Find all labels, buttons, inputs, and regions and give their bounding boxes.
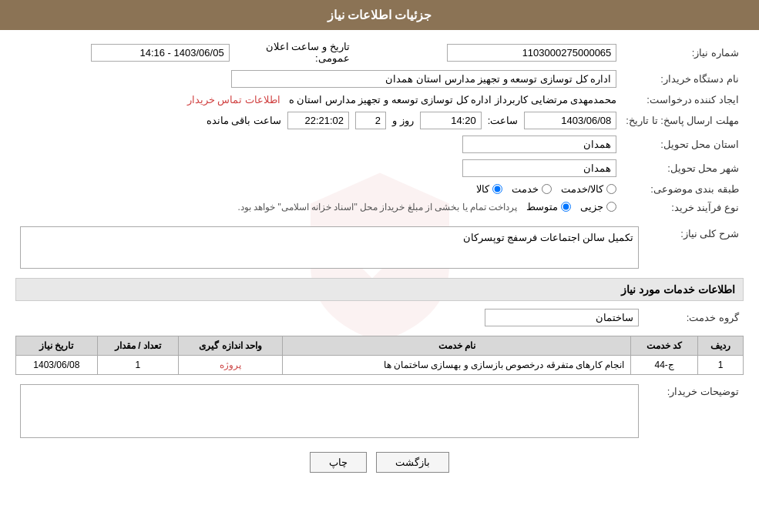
row-buyer-notes: توضیحات خریدار: bbox=[15, 381, 744, 441]
info-table: شماره نیاز: 1103000275000065 تاریخ و ساع… bbox=[15, 38, 744, 217]
creator-name: محمدمهدی مرتضایی کاربرداز اداره کل توساز… bbox=[289, 94, 617, 105]
category-option-khedmat[interactable]: خدمت bbox=[512, 183, 552, 195]
purchase-type-option-mutavaset[interactable]: متوسط bbox=[526, 201, 571, 212]
creator-label: ایجاد کننده درخواست: bbox=[621, 91, 744, 109]
services-section-header: اطلاعات خدمات مورد نیاز bbox=[15, 278, 744, 301]
deadline-day-label: روز و bbox=[392, 115, 414, 126]
buyer-notes-label: توضیحات خریدار: bbox=[643, 381, 744, 441]
buyer-notes-value bbox=[15, 381, 643, 441]
deadline-remaining-field: 22:21:02 bbox=[287, 112, 349, 129]
deadline-value: 1403/06/08 ساعت: 14:20 روز و 2 22:21:02 … bbox=[15, 109, 621, 132]
city-label: شهر محل تحویل: bbox=[621, 156, 744, 180]
services-tbody: 1ج-44انجام کارهای متفرقه درخصوص بازسازی … bbox=[16, 356, 744, 375]
page-title: جزئیات اطلاعات نیاز bbox=[327, 8, 432, 22]
category-option-kala[interactable]: کالا bbox=[476, 183, 502, 195]
buyer-notes-table: توضیحات خریدار: bbox=[15, 381, 744, 441]
cell-unit: پروژه bbox=[179, 356, 283, 375]
announcement-date-field: 1403/06/05 - 14:16 bbox=[91, 44, 230, 62]
deadline-label: مهلت ارسال پاسخ: تا تاریخ: bbox=[621, 109, 744, 132]
service-group-field: ساختمان bbox=[485, 309, 639, 326]
deadline-time-field: 14:20 bbox=[420, 112, 482, 129]
row-creator: ایجاد کننده درخواست: محمدمهدی مرتضایی کا… bbox=[15, 91, 744, 109]
creator-value: محمدمهدی مرتضایی کاربرداز اداره کل توساز… bbox=[15, 91, 621, 109]
row-category: طبقه بندی موضوعی: کالا/خدمت خدمت کالا bbox=[15, 180, 744, 198]
service-group-label: گروه خدمت: bbox=[643, 306, 744, 330]
creator-contact-link[interactable]: اطلاعات تماس خریدار bbox=[187, 94, 280, 105]
province-field: همدان bbox=[462, 136, 616, 153]
category-label: طبقه بندی موضوعی: bbox=[621, 180, 744, 198]
deadline-days-field: 2 bbox=[355, 112, 386, 129]
need-description-box[interactable]: تکمیل سالن اجتماعات فرسفج توپسرکان bbox=[20, 226, 639, 269]
service-group-table: گروه خدمت: ساختمان bbox=[15, 306, 744, 330]
buyer-org-field: اداره کل توسازی توسعه و تجهیز مدارس استا… bbox=[231, 70, 616, 88]
city-field: همدان bbox=[462, 159, 616, 177]
row-buyer-org: نام دستگاه خریدار: اداره کل توسازی توسعه… bbox=[15, 67, 744, 91]
category-option-kala-khedmat[interactable]: کالا/خدمت bbox=[561, 183, 617, 195]
cell-service-code: ج-44 bbox=[631, 356, 698, 375]
announcement-date-value: 1403/06/05 - 14:16 bbox=[15, 38, 234, 67]
category-options: کالا/خدمت خدمت کالا bbox=[15, 180, 621, 198]
col-count: تعداد / مقدار bbox=[97, 336, 179, 356]
col-date: تاریخ نیاز bbox=[16, 336, 98, 356]
row-need-number: شماره نیاز: 1103000275000065 تاریخ و ساع… bbox=[15, 38, 744, 67]
row-purchase-type: نوع فرآیند خرید: جزیی متوسط پرداخت تمام … bbox=[15, 198, 744, 217]
purchase-type-options: جزیی متوسط پرداخت تمام یا بخشی از مبلغ خ… bbox=[15, 198, 621, 217]
buyer-org-label: نام دستگاه خریدار: bbox=[621, 67, 744, 91]
need-number-field: 1103000275000065 bbox=[447, 44, 616, 62]
buyer-org-value: اداره کل توسازی توسعه و تجهیز مدارس استا… bbox=[15, 67, 621, 91]
cell-row-num: 1 bbox=[698, 356, 744, 375]
purchase-type-label: نوع فرآیند خرید: bbox=[621, 198, 744, 217]
row-need-description: شرح کلی نیاز: تکمیل سالن اجتماعات فرسفج … bbox=[15, 223, 744, 272]
cell-count: 1 bbox=[97, 356, 179, 375]
services-header-row: ردیف کد خدمت نام خدمت واحد اندازه گیری ت… bbox=[16, 336, 744, 356]
buyer-notes-box[interactable] bbox=[20, 384, 639, 438]
deadline-remaining-label: ساعت باقی مانده bbox=[207, 115, 281, 126]
page-header: جزئیات اطلاعات نیاز bbox=[0, 0, 759, 30]
row-service-group: گروه خدمت: ساختمان bbox=[15, 306, 744, 330]
col-unit: واحد اندازه گیری bbox=[179, 336, 283, 356]
province-label: استان محل تحویل: bbox=[621, 132, 744, 156]
cell-service-name: انجام کارهای متفرقه درخصوص بازسازی و بهس… bbox=[283, 356, 631, 375]
table-row: 1ج-44انجام کارهای متفرقه درخصوص بازسازی … bbox=[16, 356, 744, 375]
province-value: همدان bbox=[15, 132, 621, 156]
purchase-type-option-jozi[interactable]: جزیی bbox=[580, 201, 616, 212]
col-service-name: نام خدمت bbox=[283, 336, 631, 356]
row-city: شهر محل تحویل: همدان bbox=[15, 156, 744, 180]
back-button[interactable]: بازگشت bbox=[376, 452, 449, 473]
print-button[interactable]: چاپ bbox=[310, 452, 367, 473]
announcement-date-label: تاریخ و ساعت اعلان عمومی: bbox=[234, 38, 358, 67]
city-value: همدان bbox=[15, 156, 621, 180]
services-table: ردیف کد خدمت نام خدمت واحد اندازه گیری ت… bbox=[15, 336, 744, 375]
need-number-label: شماره نیاز: bbox=[621, 38, 744, 67]
deadline-time-label: ساعت: bbox=[488, 115, 519, 126]
cell-date: 1403/06/08 bbox=[16, 356, 98, 375]
need-number-value: 1103000275000065 bbox=[358, 38, 622, 67]
deadline-date-field: 1403/06/08 bbox=[524, 112, 616, 129]
col-service-code: کد خدمت bbox=[631, 336, 698, 356]
row-province: استان محل تحویل: همدان bbox=[15, 132, 744, 156]
service-group-value: ساختمان bbox=[15, 306, 643, 330]
buttons-row: بازگشت چاپ bbox=[15, 452, 744, 473]
content-area: شماره نیاز: 1103000275000065 تاریخ و ساع… bbox=[0, 30, 759, 491]
row-deadline: مهلت ارسال پاسخ: تا تاریخ: 1403/06/08 سا… bbox=[15, 109, 744, 132]
need-description-table: شرح کلی نیاز: تکمیل سالن اجتماعات فرسفج … bbox=[15, 223, 744, 272]
services-table-header: ردیف کد خدمت نام خدمت واحد اندازه گیری ت… bbox=[16, 336, 744, 356]
col-row-num: ردیف bbox=[698, 336, 744, 356]
purchase-type-note: پرداخت تمام یا بخشی از مبلغ خریداز محل "… bbox=[237, 202, 517, 212]
need-description-label: شرح کلی نیاز: bbox=[643, 223, 744, 272]
page-container: جزئیات اطلاعات نیاز Ana Tender شماره نیا… bbox=[0, 0, 759, 532]
need-description-value: تکمیل سالن اجتماعات فرسفج توپسرکان bbox=[15, 223, 643, 272]
